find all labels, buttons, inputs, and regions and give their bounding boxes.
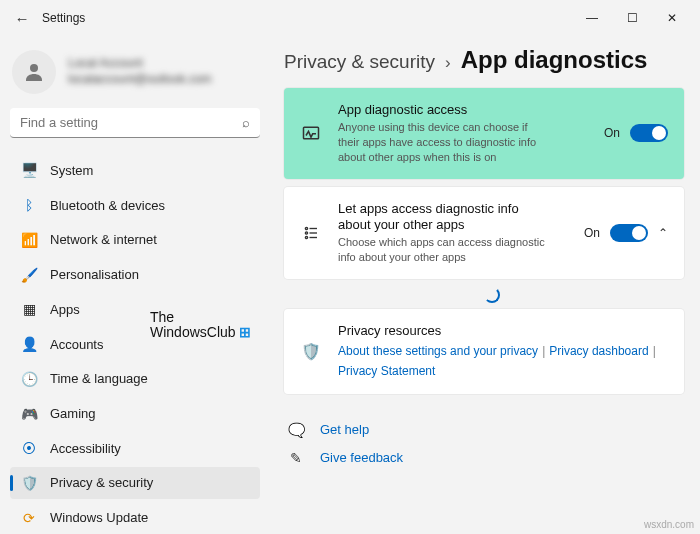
brush-icon: 🖌️ <box>20 266 38 284</box>
nav-list: 🖥️System ᛒBluetooth & devices 📶Network &… <box>10 154 260 534</box>
help-icon: 🗨️ <box>286 422 306 438</box>
give-feedback-link[interactable]: Give feedback <box>320 450 403 465</box>
link-privacy-dashboard[interactable]: Privacy dashboard <box>549 343 648 359</box>
maximize-button[interactable]: ☐ <box>612 4 652 32</box>
get-help-link[interactable]: Get help <box>320 422 369 437</box>
loading-spinner-row <box>284 287 684 309</box>
sidebar-item-network[interactable]: 📶Network & internet <box>10 223 260 256</box>
card-title: Privacy resources <box>338 323 668 339</box>
update-icon: ⟳ <box>20 509 38 527</box>
give-feedback-row[interactable]: ✎ Give feedback <box>284 444 684 472</box>
search-box[interactable]: ⌕ <box>10 108 260 138</box>
avatar <box>12 50 56 94</box>
sidebar: Local Account localaccount@outlook.com ⌕… <box>0 36 270 534</box>
diagnostics-icon <box>300 123 322 143</box>
search-input[interactable] <box>10 108 260 138</box>
back-button[interactable]: ← <box>8 10 36 27</box>
display-icon: 🖥️ <box>20 161 38 179</box>
user-info: Local Account localaccount@outlook.com <box>68 56 212 87</box>
link-privacy-statement[interactable]: Privacy Statement <box>338 363 435 379</box>
search-icon: ⌕ <box>242 115 250 130</box>
card-description: Anyone using this device can choose if t… <box>338 120 548 165</box>
chevron-right-icon: › <box>445 53 451 73</box>
sidebar-item-bluetooth[interactable]: ᛒBluetooth & devices <box>10 189 260 222</box>
accounts-icon: 👤 <box>20 335 38 353</box>
privacy-links: About these settings and your privacy| P… <box>338 343 668 379</box>
sidebar-item-personalisation[interactable]: 🖌️Personalisation <box>10 258 260 291</box>
card-title: App diagnostic access <box>338 102 588 118</box>
toggle-state-label: On <box>584 226 600 240</box>
link-about-settings[interactable]: About these settings and your privacy <box>338 343 538 359</box>
gaming-icon: 🎮 <box>20 405 38 423</box>
sidebar-item-system[interactable]: 🖥️System <box>10 154 260 187</box>
card-title: Let apps access diagnostic info about yo… <box>338 201 538 234</box>
sidebar-item-accounts[interactable]: 👤Accounts <box>10 328 260 361</box>
sidebar-item-accessibility[interactable]: ⦿Accessibility <box>10 432 260 465</box>
source-watermark: wsxdn.com <box>644 519 694 530</box>
sidebar-item-windows-update[interactable]: ⟳Windows Update <box>10 501 260 534</box>
titlebar: ← Settings — ☐ ✕ <box>0 0 700 36</box>
svg-point-6 <box>305 236 307 238</box>
svg-point-4 <box>305 232 307 234</box>
loading-spinner-icon <box>484 287 500 303</box>
page-title: App diagnostics <box>461 46 648 74</box>
sidebar-item-apps[interactable]: ▦Apps <box>10 293 260 326</box>
breadcrumb: Privacy & security › App diagnostics <box>284 46 684 74</box>
user-block[interactable]: Local Account localaccount@outlook.com <box>10 44 260 108</box>
breadcrumb-parent[interactable]: Privacy & security <box>284 51 435 73</box>
svg-point-2 <box>305 227 307 229</box>
diagnostic-access-toggle[interactable] <box>630 124 668 142</box>
bluetooth-icon: ᛒ <box>20 196 38 214</box>
list-settings-icon <box>300 224 322 242</box>
content-area: Privacy & security › App diagnostics App… <box>270 36 700 534</box>
shield-icon: 🛡️ <box>300 342 322 361</box>
accessibility-icon: ⦿ <box>20 439 38 457</box>
wifi-icon: 📶 <box>20 231 38 249</box>
card-let-apps-access[interactable]: Let apps access diagnostic info about yo… <box>284 187 684 279</box>
chevron-up-icon[interactable]: ⌃ <box>658 226 668 240</box>
get-help-row[interactable]: 🗨️ Get help <box>284 416 684 444</box>
minimize-button[interactable]: — <box>572 4 612 32</box>
sidebar-item-privacy-security[interactable]: 🛡️Privacy & security <box>10 467 260 500</box>
sidebar-item-gaming[interactable]: 🎮Gaming <box>10 397 260 430</box>
person-icon <box>22 60 46 84</box>
feedback-icon: ✎ <box>286 450 306 466</box>
toggle-state-label: On <box>604 126 620 140</box>
card-privacy-resources: 🛡️ Privacy resources About these setting… <box>284 309 684 394</box>
card-app-diagnostic-access[interactable]: App diagnostic access Anyone using this … <box>284 88 684 179</box>
window-title: Settings <box>42 11 85 25</box>
close-button[interactable]: ✕ <box>652 4 692 32</box>
sidebar-item-time-language[interactable]: 🕒Time & language <box>10 362 260 395</box>
apps-icon: ▦ <box>20 300 38 318</box>
shield-icon: 🛡️ <box>20 474 38 492</box>
card-description: Choose which apps can access diagnostic … <box>338 235 548 265</box>
clock-icon: 🕒 <box>20 370 38 388</box>
let-apps-toggle[interactable] <box>610 224 648 242</box>
svg-point-0 <box>30 64 38 72</box>
